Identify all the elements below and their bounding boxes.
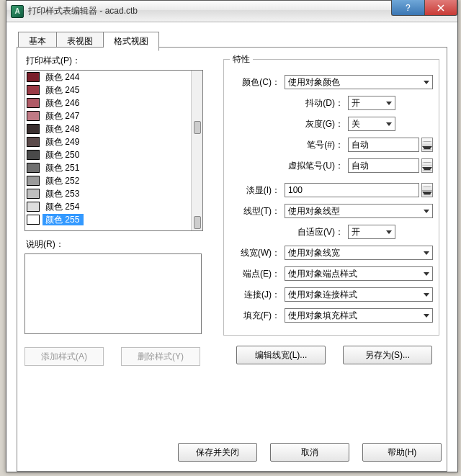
svg-text:?: ? <box>406 4 411 12</box>
app-icon: A <box>11 5 24 18</box>
pen-label: 笔号(#)： <box>270 139 348 151</box>
edit-lineweights-button[interactable]: 编辑线宽(L)... <box>236 346 326 364</box>
linetype-combo[interactable]: 使用对象线型 <box>285 204 433 218</box>
description-textarea[interactable] <box>24 253 202 334</box>
color-swatch-icon <box>27 176 40 186</box>
joinstyle-combo[interactable]: 使用对象连接样式 <box>285 287 433 302</box>
color-swatch-icon <box>27 150 40 160</box>
window-title: 打印样式表编辑器 - acad.ctb <box>28 5 138 17</box>
titlebar-help-button[interactable]: ? <box>391 0 424 16</box>
screen-label: 淡显(I)： <box>230 184 285 197</box>
list-item[interactable]: 颜色 245 <box>25 84 191 96</box>
list-item[interactable]: 颜色 254 <box>25 200 191 213</box>
color-swatch-icon <box>27 215 40 225</box>
color-swatch-icon <box>27 163 40 173</box>
print-styles-listbox[interactable]: 颜色 244 颜色 245 颜色 246 颜色 247 颜色 248 颜色 24… <box>24 70 203 231</box>
right-column: 特性 颜色(C)： 使用对象颜色 抖动(D)： 开 灰度(G)： 关 <box>223 53 439 364</box>
chevron-down-icon <box>422 146 432 150</box>
save-as-button[interactable]: 另存为(S)... <box>343 346 432 364</box>
close-icon <box>437 4 445 12</box>
list-item[interactable]: 颜色 244 <box>25 71 191 84</box>
color-swatch-icon <box>27 189 40 199</box>
list-item[interactable]: 颜色 255 <box>25 213 191 226</box>
color-label: 颜色(C)： <box>230 76 285 89</box>
virtual-pen-input[interactable]: 自动 <box>348 158 419 173</box>
list-item[interactable]: 颜色 248 <box>25 122 191 135</box>
pen-input[interactable]: 自动 <box>348 138 419 152</box>
question-icon: ? <box>404 4 413 12</box>
endstyle-combo[interactable]: 使用对象端点样式 <box>285 266 433 281</box>
lineweight-label: 线宽(W)： <box>230 247 285 259</box>
color-swatch-icon <box>27 124 40 134</box>
color-swatch-icon <box>27 202 40 212</box>
properties-legend: 特性 <box>230 53 253 66</box>
client-area: 基本 表视图 格式视图 打印样式(P)： 颜色 244 颜色 245 颜色 24… <box>6 22 457 472</box>
chevron-up-icon <box>422 162 432 163</box>
dialog-button-row: 保存并关闭 取消 帮助(H) <box>178 443 442 462</box>
properties-group: 特性 颜色(C)： 使用对象颜色 抖动(D)： 开 灰度(G)： 关 <box>223 53 439 336</box>
left-column: 打印样式(P)： 颜色 244 颜色 245 颜色 246 颜色 247 颜色 … <box>24 53 203 366</box>
dither-combo[interactable]: 开 <box>348 96 395 110</box>
color-swatch-icon <box>27 111 40 121</box>
add-style-button: 添加样式(A) <box>24 347 104 366</box>
color-combo[interactable]: 使用对象颜色 <box>285 75 433 89</box>
screen-input[interactable]: 100 <box>285 183 419 197</box>
scroll-thumb-icon[interactable] <box>194 216 201 229</box>
description-label: 说明(R)： <box>26 238 203 251</box>
joinstyle-label: 连接(J)： <box>230 289 285 301</box>
list-item[interactable]: 颜色 249 <box>25 135 191 148</box>
color-swatch-icon <box>27 72 40 82</box>
gray-label: 灰度(G)： <box>270 118 348 130</box>
virtual-pen-label: 虚拟笔号(U)： <box>270 160 348 172</box>
lineweight-combo[interactable]: 使用对象线宽 <box>285 246 433 260</box>
gray-combo[interactable]: 关 <box>348 117 395 131</box>
tab-format-view[interactable]: 格式视图 <box>104 32 159 51</box>
list-item[interactable]: 颜色 253 <box>25 187 191 200</box>
endstyle-label: 端点(E)： <box>230 268 285 280</box>
list-item[interactable]: 颜色 251 <box>25 161 191 174</box>
virtual-pen-spinner[interactable] <box>421 158 433 173</box>
scroll-thumb-icon[interactable] <box>194 121 201 134</box>
list-item[interactable]: 颜色 246 <box>25 96 191 109</box>
screen-spinner[interactable] <box>421 183 433 197</box>
help-button[interactable]: 帮助(H) <box>362 443 442 462</box>
chevron-up-icon <box>422 187 432 187</box>
adaptive-combo[interactable]: 开 <box>348 225 395 239</box>
delete-style-button: 删除样式(Y) <box>121 347 200 366</box>
print-styles-label: 打印样式(P)： <box>26 55 203 67</box>
tab-panel: 打印样式(P)： 颜色 244 颜色 245 颜色 246 颜色 247 颜色 … <box>17 47 447 472</box>
list-scrollbar[interactable] <box>191 71 202 230</box>
save-and-close-button[interactable]: 保存并关闭 <box>178 443 257 462</box>
color-swatch-icon <box>27 85 40 95</box>
dither-label: 抖动(D)： <box>270 97 348 109</box>
linetype-label: 线型(T)： <box>230 205 285 217</box>
fillstyle-label: 填充(F)： <box>230 310 285 322</box>
list-item[interactable]: 颜色 247 <box>25 109 191 122</box>
fillstyle-combo[interactable]: 使用对象填充样式 <box>285 308 433 323</box>
chevron-down-icon <box>422 192 432 195</box>
dialog-window: A 打印样式表编辑器 - acad.ctb ? 基本 表视图 格式视图 打印样式… <box>6 0 458 472</box>
titlebar[interactable]: A 打印样式表编辑器 - acad.ctb ? <box>6 1 457 22</box>
pen-spinner[interactable] <box>421 138 433 152</box>
color-swatch-icon <box>27 98 40 108</box>
titlebar-close-button[interactable] <box>424 0 457 16</box>
list-item[interactable]: 颜色 250 <box>25 148 191 161</box>
cancel-button[interactable]: 取消 <box>270 443 349 462</box>
list-item[interactable]: 颜色 252 <box>25 174 191 187</box>
chevron-down-icon <box>422 167 432 171</box>
chevron-up-icon <box>422 141 432 142</box>
color-swatch-icon <box>27 137 40 147</box>
adaptive-label: 自适应(V)： <box>270 226 348 238</box>
